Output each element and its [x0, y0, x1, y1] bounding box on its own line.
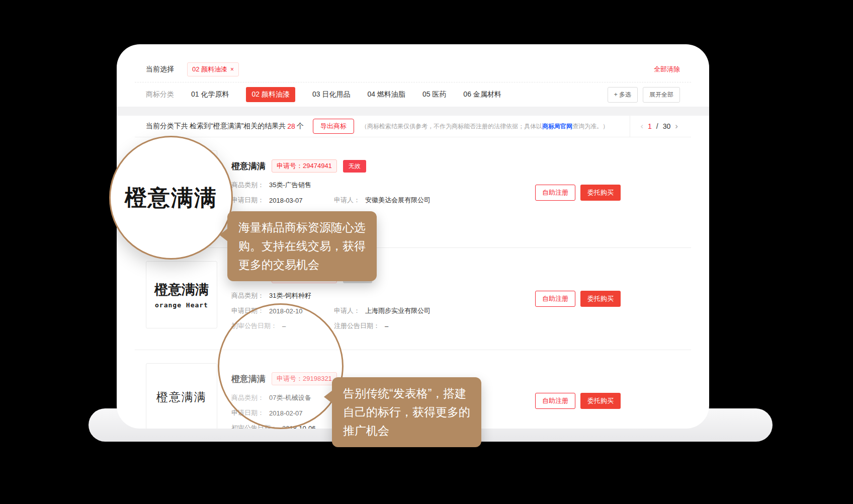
tooltip-line: 自己的标行，获得更多的	[343, 403, 470, 422]
category-value: 35类-广告销售	[269, 181, 311, 190]
category-item-03[interactable]: 03 日化用品	[312, 90, 350, 99]
current-selection-label: 当前选择	[146, 65, 174, 74]
magnified-trademark-text: 橙意满满	[125, 183, 217, 213]
trademark-image-2[interactable]: 橙意满满 orange Heart	[146, 261, 217, 328]
trademark-name[interactable]: 橙意满满	[231, 160, 266, 172]
row-1-actions: 自助注册 委托购买	[535, 185, 621, 201]
tag-close-icon[interactable]: ×	[230, 66, 234, 72]
self-register-button[interactable]: 自助注册	[535, 185, 575, 201]
apply-date-value: 2018-03-07	[269, 197, 303, 204]
application-number: 29474941	[303, 162, 332, 170]
total-pages: 30	[663, 122, 671, 130]
trademark-image-text-cn: 橙意满满	[154, 281, 209, 299]
reg-publication-label: 注册公告日期：	[334, 321, 380, 330]
tooltip-line: 更多的交易机会	[238, 256, 366, 274]
category-item-02-selected[interactable]: 02 颜料油漆	[246, 87, 295, 102]
tooltip-line: 推广机会	[343, 422, 470, 440]
entrust-buy-button[interactable]: 委托购买	[580, 291, 621, 307]
disclaimer-suffix: 查询为准。）	[572, 123, 609, 130]
magnifier-circle-1: 橙意满满	[109, 136, 233, 260]
disclaimer-prefix: （商标检索结果仅供参考，不作为商标能否注册的法律依据；具体以	[361, 123, 542, 130]
results-count-unit: 个	[297, 122, 304, 131]
category-item-06[interactable]: 06 金属材料	[463, 90, 501, 99]
tooltip-line: 告别传统“发表格”，搭建	[343, 384, 470, 403]
expand-all-button[interactable]: 展开全部	[643, 87, 680, 103]
trademark-image-3[interactable]: 橙意满满	[146, 363, 217, 429]
application-number-badge: 申请号：29474941	[272, 159, 337, 173]
tooltip-marketplace: 海量精品商标资源随心选 购。支持在线交易，获得 更多的交易机会	[227, 211, 377, 281]
panel-divider	[117, 107, 709, 116]
entrust-buy-button[interactable]: 委托购买	[580, 185, 621, 201]
export-trademarks-button[interactable]: 导出商标	[313, 119, 354, 134]
tooltip-promotion: 告别传统“发表格”，搭建 自己的标行，获得更多的 推广机会	[332, 377, 481, 447]
category-item-01[interactable]: 01 化学原料	[191, 90, 229, 99]
category-value: 31类-饲料种籽	[269, 291, 311, 300]
current-page: 1	[648, 122, 652, 130]
results-summary: 当前分类下共 检索到“橙意满满”相关的结果共 28 个	[146, 122, 304, 131]
category-item-04[interactable]: 04 燃料油脂	[367, 90, 405, 99]
trademark-image-text-en: orange Heart	[155, 301, 208, 309]
prev-page-icon[interactable]: ‹	[640, 121, 643, 131]
pagination: ‹ 1 / 30 ›	[630, 116, 691, 137]
trademark-image-text: 橙意满满	[156, 389, 207, 405]
result-row-2: 橙意满满 orange Heart 橙意满满 申请号：29482153 已注册 …	[135, 248, 691, 350]
filter-actions: + 多选 展开全部	[608, 87, 680, 103]
category-label: 商品类别：	[231, 291, 264, 300]
results-header: 当前分类下共 检索到“橙意满满”相关的结果共 28 个 导出商标 （商标检索结果…	[135, 116, 691, 137]
self-register-button[interactable]: 自助注册	[535, 291, 575, 307]
application-number-label: 申请号：	[277, 162, 303, 170]
self-register-button[interactable]: 自助注册	[535, 393, 575, 409]
category-item-05[interactable]: 05 医药	[422, 90, 446, 99]
reg-publication-value: –	[385, 322, 388, 330]
clear-all-link[interactable]: 全部清除	[654, 65, 680, 74]
next-page-icon[interactable]: ›	[675, 121, 678, 131]
selected-filter-tag-text: 02 颜料油漆	[192, 65, 227, 74]
applicant-value: 安徽美达会展有限公司	[365, 196, 431, 205]
entrust-buy-button[interactable]: 委托购买	[580, 393, 621, 409]
summary-text: 检索到“橙意满满”相关的结果共	[190, 122, 286, 131]
selected-filter-tag[interactable]: 02 颜料油漆 ×	[187, 62, 239, 76]
category-list: 01 化学原料 02 颜料油漆 03 日化用品 04 燃料油脂 05 医药 06…	[191, 87, 501, 102]
trademark-office-link[interactable]: 商标局官网	[542, 123, 572, 130]
apply-date-label: 申请日期：	[231, 196, 264, 205]
magnifier-circle-2	[218, 303, 344, 429]
applicant-label: 申请人：	[334, 306, 360, 315]
results-count: 28	[287, 122, 295, 130]
tooltip-line: 海量精品商标资源随心选	[238, 218, 366, 237]
applicant-value: 上海雨步实业有限公司	[365, 306, 431, 315]
disclaimer: （商标检索结果仅供参考，不作为商标能否注册的法律依据；具体以商标局官网查询为准。…	[361, 122, 609, 131]
multi-select-button[interactable]: + 多选	[608, 87, 638, 103]
summary-obscured-prefix: 当前分类下共	[146, 122, 188, 131]
row-3-actions: 自助注册 委托购买	[535, 393, 621, 409]
tooltip-arrow-icon	[219, 228, 228, 241]
applicant-label: 申请人：	[334, 196, 360, 205]
current-selection-row: 当前选择 02 颜料油漆 × 全部清除	[135, 56, 691, 82]
page-separator: /	[656, 122, 658, 130]
category-label: 商品类别：	[231, 181, 264, 190]
category-filter-row: 商标分类 01 化学原料 02 颜料油漆 03 日化用品 04 燃料油脂 05 …	[135, 82, 691, 107]
category-filter-label: 商标分类	[146, 90, 174, 99]
tooltip-arrow-icon	[324, 390, 332, 403]
row-2-actions: 自助注册 委托购买	[535, 291, 621, 307]
status-badge-invalid: 无效	[343, 160, 366, 173]
filter-panel: 当前选择 02 颜料油漆 × 全部清除 商标分类 01 化学原料 02 颜料油漆…	[135, 56, 691, 107]
tooltip-line: 购。支持在线交易，获得	[238, 237, 366, 256]
